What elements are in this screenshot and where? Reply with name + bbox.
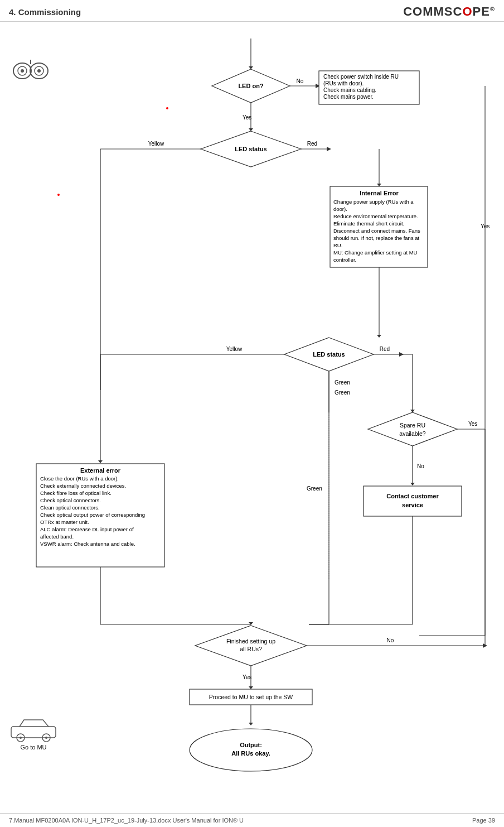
no2-label: No xyxy=(417,463,424,469)
svg-text:Close the door (RUs with a doo: Close the door (RUs with a door). xyxy=(40,475,119,482)
svg-marker-67 xyxy=(98,460,103,463)
yes1-label: Yes xyxy=(243,114,251,121)
svg-text:service: service xyxy=(402,502,423,508)
svg-marker-59 xyxy=(410,410,415,412)
svg-marker-54 xyxy=(368,412,457,446)
yes2-label: Yes xyxy=(243,674,251,680)
svg-text:VSWR alarm: Check antenna and : VSWR alarm: Check antenna and cable. xyxy=(40,541,135,547)
svg-text:Eliminate thermal short circui: Eliminate thermal short circuit. xyxy=(333,220,404,227)
svg-marker-61 xyxy=(410,483,415,485)
green1-label: Green xyxy=(307,485,322,492)
svg-text:Green: Green xyxy=(335,379,350,386)
output-label: Output: xyxy=(240,742,262,748)
svg-text:affected band.: affected band. xyxy=(40,533,74,540)
yes-spare-label: Yes xyxy=(468,421,477,427)
svg-marker-95 xyxy=(249,686,253,689)
svg-text:OTRx at master unit.: OTRx at master unit. xyxy=(40,519,89,525)
svg-point-102 xyxy=(166,107,168,109)
svg-text:Check mains cabling.: Check mains cabling. xyxy=(323,87,376,93)
svg-marker-40 xyxy=(377,184,381,186)
svg-text:Reduce environmental temperatu: Reduce environmental temperature. xyxy=(333,213,418,219)
svg-marker-16 xyxy=(249,66,253,69)
commscope-logo: COMMSCOPE® xyxy=(403,4,495,19)
svg-text:MU: Change amplifier setting a: MU: Change amplifier setting at MU xyxy=(333,249,418,256)
svg-text:Check externally connected dev: Check externally connected devices. xyxy=(40,483,126,489)
svg-marker-98 xyxy=(249,723,253,725)
proceed-label: Proceed to MU to set up the SW xyxy=(209,694,293,700)
svg-marker-46 xyxy=(377,335,381,338)
svg-text:available?: available? xyxy=(399,430,425,437)
svg-text:controller.: controller. xyxy=(333,257,356,263)
svg-text:door).: door). xyxy=(333,206,347,212)
svg-text:all RUs?: all RUs? xyxy=(240,646,262,652)
green2-label: Green xyxy=(335,390,350,396)
diagram-area: Go to MU LED on? No Check power switch i… xyxy=(0,22,504,797)
yellow1-label: Yellow xyxy=(148,141,164,147)
external-error-title: External error xyxy=(80,467,121,474)
svg-text:Disconnect and connect mains. : Disconnect and connect mains. Fans xyxy=(333,228,420,234)
svg-rect-62 xyxy=(364,486,462,516)
red1-label: Red xyxy=(307,141,317,147)
contact-customer-label: Contact customer xyxy=(386,493,439,499)
svg-point-103 xyxy=(57,194,60,196)
footer-page: Page 39 xyxy=(472,817,495,824)
svg-marker-24 xyxy=(249,128,253,131)
page-footer: 7.Manual MF0200A0A ION-U_H_17P2_uc_19-Ju… xyxy=(0,813,504,827)
check-power-text1: Check power switch inside RU xyxy=(323,74,399,80)
svg-text:(RUs with door).: (RUs with door). xyxy=(323,80,364,86)
svg-text:Finished setting up: Finished setting up xyxy=(226,638,275,645)
svg-text:Spare RU: Spare RU xyxy=(400,422,425,429)
svg-text:Check fibre loss of optical li: Check fibre loss of optical link. xyxy=(40,490,112,496)
led-on-label: LED on? xyxy=(238,83,263,89)
svg-text:Check optical output power of : Check optical output power of correspond… xyxy=(40,512,145,518)
yellow2-label: Yellow xyxy=(226,346,243,352)
page-header: 4. Commissioning COMMSCOPE® xyxy=(0,0,504,22)
flowchart-svg: LED on? No Check power switch inside RU … xyxy=(0,22,504,797)
no1-label: No xyxy=(297,78,304,84)
svg-text:should run. If not, replace th: should run. If not, replace the fans at xyxy=(333,235,420,241)
led-status2-label: LED status xyxy=(313,351,345,358)
svg-text:Clean optical connectors.: Clean optical connectors. xyxy=(40,504,100,511)
svg-text:ALC alarm: Decrease DL input p: ALC alarm: Decrease DL input power of xyxy=(40,526,134,532)
svg-text:Change  power  supply  (RUs  w: Change power supply (RUs with a xyxy=(333,199,414,205)
no3-label: No xyxy=(387,637,394,643)
led-status1-label: LED status xyxy=(235,146,266,152)
svg-text:All RUs okay.: All RUs okay. xyxy=(231,750,270,757)
svg-text:RU.: RU. xyxy=(333,242,342,248)
chapter-title: 4. Commissioning xyxy=(9,7,81,17)
svg-marker-27 xyxy=(327,147,331,151)
svg-text:Check optical connectors.: Check optical connectors. xyxy=(40,497,101,503)
red2-label: Red xyxy=(380,346,390,352)
svg-text:Internal Error: Internal Error xyxy=(360,190,399,196)
svg-text:Check mains power.: Check mains power. xyxy=(323,94,374,100)
footer-doc-ref: 7.Manual MF0200A0A ION-U_H_17P2_uc_19-Ju… xyxy=(9,817,244,824)
